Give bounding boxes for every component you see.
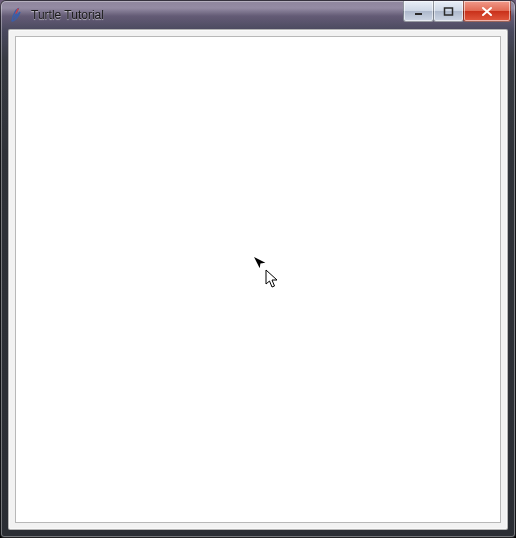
app-window: Turtle Tutorial — [0, 0, 516, 538]
turtle-cursor-icon — [249, 252, 269, 272]
tk-feather-icon — [9, 7, 25, 23]
caption-buttons — [404, 1, 511, 22]
mouse-pointer-icon — [265, 269, 279, 289]
svg-rect-1 — [445, 8, 453, 15]
turtle-canvas[interactable] — [15, 36, 501, 523]
titlebar[interactable]: Turtle Tutorial — [1, 1, 515, 29]
svg-marker-4 — [251, 254, 265, 268]
minimize-button[interactable] — [403, 1, 434, 22]
client-area — [8, 29, 508, 530]
maximize-button[interactable] — [433, 1, 464, 22]
window-title: Turtle Tutorial — [31, 8, 104, 22]
close-button[interactable] — [463, 1, 511, 22]
